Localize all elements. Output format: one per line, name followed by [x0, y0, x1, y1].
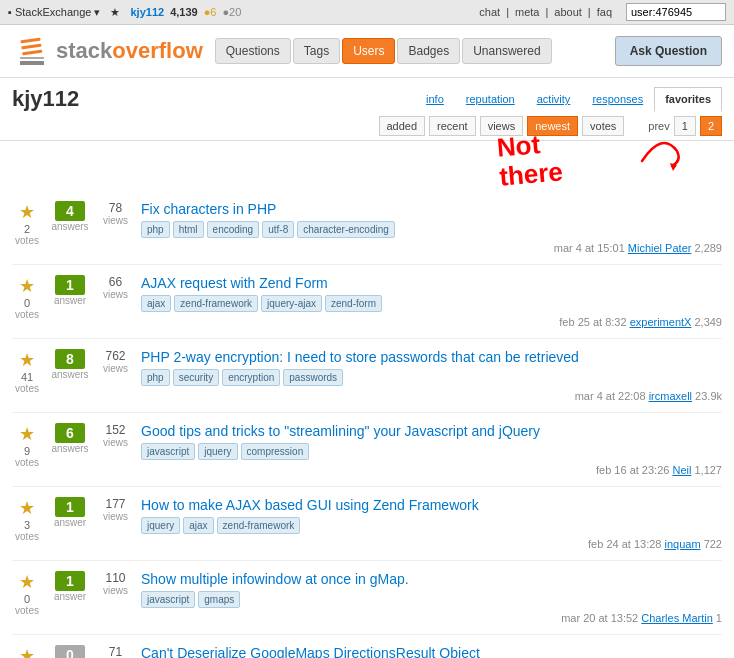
nav-tags[interactable]: Tags [293, 38, 340, 64]
answers-label: answers [51, 221, 88, 232]
tag[interactable]: zend-framework [174, 295, 258, 312]
author-link[interactable]: inquam [665, 538, 701, 550]
sort-added[interactable]: added [379, 116, 426, 136]
answers-label: answer [54, 517, 86, 528]
stackexchange-dropdown[interactable]: ▪ StackExchange ▾ [8, 6, 100, 19]
favorite-star[interactable]: ★ [19, 423, 35, 445]
views-label: views [103, 585, 128, 596]
tag[interactable]: ajax [141, 295, 171, 312]
tag[interactable]: passwords [283, 369, 343, 386]
tag[interactable]: character-encoding [297, 221, 395, 238]
views-count: 152 [105, 423, 125, 437]
tab-responses[interactable]: responses [581, 87, 654, 111]
answers-box: 8 answers [50, 349, 90, 380]
answers-box: 1 answer [50, 571, 90, 602]
question-title[interactable]: Show multiple infowindow at once in gMap… [141, 571, 722, 587]
views-area: 110 views [98, 571, 133, 596]
tab-info[interactable]: info [415, 87, 455, 111]
tag[interactable]: gmaps [198, 591, 240, 608]
question-meta: mar 4 at 22:08 ircmaxell 23.9k [141, 390, 722, 402]
tab-activity[interactable]: activity [526, 87, 582, 111]
tag[interactable]: ajax [183, 517, 213, 534]
views-area: 78 views [98, 201, 133, 226]
question-title[interactable]: PHP 2-way encryption: I need to store pa… [141, 349, 722, 365]
author-link[interactable]: ircmaxell [649, 390, 692, 402]
favorite-star[interactable]: ★ [19, 497, 35, 519]
tag[interactable]: security [173, 369, 219, 386]
question-row: ★ 4 votes 0 answers 71 views Can't Deser… [12, 635, 722, 658]
tag[interactable]: zend-form [325, 295, 382, 312]
question-meta: feb 16 at 23:26 Neil 1,127 [141, 464, 722, 476]
favorite-star[interactable]: ★ [19, 349, 35, 371]
question-title[interactable]: AJAX request with Zend Form [141, 275, 722, 291]
tag[interactable]: jquery [198, 443, 237, 460]
chat-link[interactable]: chat [479, 6, 500, 18]
views-area: 152 views [98, 423, 133, 448]
topbar-username[interactable]: kjy112 [130, 6, 164, 18]
tag[interactable]: encoding [207, 221, 260, 238]
star-area: ★ 0 votes [12, 275, 42, 320]
tab-reputation[interactable]: reputation [455, 87, 526, 111]
tag[interactable]: html [173, 221, 204, 238]
favorite-star[interactable]: ★ [19, 645, 35, 658]
question-content: How to make AJAX based GUI using Zend Fr… [141, 497, 722, 550]
ask-question-button[interactable]: Ask Question [615, 36, 722, 66]
question-title[interactable]: Good tips and tricks to "streamlining" y… [141, 423, 722, 439]
tag[interactable]: javascript [141, 443, 195, 460]
question-title[interactable]: Can't Deserialize GoogleMaps DirectionsR… [141, 645, 722, 658]
question-row: ★ 9 votes 6 answers 152 views Good tips … [12, 413, 722, 487]
topbar-gold: ●6 [204, 6, 217, 18]
favorite-star[interactable]: ★ [19, 275, 35, 297]
tag[interactable]: encryption [222, 369, 280, 386]
tag[interactable]: utf-8 [262, 221, 294, 238]
tags: javascriptjquerycompression [141, 443, 722, 460]
sort-recent[interactable]: recent [429, 116, 476, 136]
answers-label: answer [54, 295, 86, 306]
page-2-top[interactable]: 2 [700, 116, 722, 136]
views-count: 71 [109, 645, 122, 658]
author-link[interactable]: Michiel Pater [628, 242, 692, 254]
tag[interactable]: javascript [141, 591, 195, 608]
svg-rect-3 [21, 44, 41, 50]
tag[interactable]: zend-framework [217, 517, 301, 534]
tag[interactable]: jquery [141, 517, 180, 534]
star-area: ★ 3 votes [12, 497, 42, 542]
tag[interactable]: jquery-ajax [261, 295, 322, 312]
svg-rect-0 [20, 61, 44, 65]
nav-questions[interactable]: Questions [215, 38, 291, 64]
tab-favorites[interactable]: favorites [654, 87, 722, 112]
tag[interactable]: php [141, 369, 170, 386]
vote-count: 0 [24, 297, 30, 309]
nav-unanswered[interactable]: Unanswered [462, 38, 551, 64]
author-link[interactable]: Charles Martin [641, 612, 713, 624]
profile-header: kjy112 info reputation activity response… [0, 78, 734, 112]
favorite-star[interactable]: ★ [19, 571, 35, 593]
question-title[interactable]: How to make AJAX based GUI using Zend Fr… [141, 497, 722, 513]
question-row: ★ 3 votes 1 answer 177 views How to make… [12, 487, 722, 561]
search-input[interactable] [626, 3, 726, 21]
question-title[interactable]: Fix characters in PHP [141, 201, 722, 217]
favorite-star[interactable]: ★ [19, 201, 35, 223]
meta-link[interactable]: meta [515, 6, 539, 18]
views-count: 66 [109, 275, 122, 289]
nav-badges[interactable]: Badges [397, 38, 460, 64]
topbar: ▪ StackExchange ▾ ★ kjy112 4,139 ●6 ●20 … [0, 0, 734, 25]
tags: jqueryajaxzend-framework [141, 517, 722, 534]
star-area: ★ 41 votes [12, 349, 42, 394]
views-area: 177 views [98, 497, 133, 522]
tag[interactable]: php [141, 221, 170, 238]
author-link[interactable]: Neil [672, 464, 691, 476]
answer-count: 4 [55, 201, 85, 221]
nav-users[interactable]: Users [342, 38, 395, 64]
question-content: Good tips and tricks to "streamlining" y… [141, 423, 722, 476]
logo[interactable]: stackoverflow [12, 33, 203, 69]
about-link[interactable]: about [554, 6, 582, 18]
author-link[interactable]: experimentX [630, 316, 692, 328]
faq-link[interactable]: faq [597, 6, 612, 18]
views-count: 762 [105, 349, 125, 363]
star-area: ★ 9 votes [12, 423, 42, 468]
tag[interactable]: compression [241, 443, 310, 460]
annotation-area: Notthere [12, 141, 722, 191]
star-area: ★ 0 votes [12, 571, 42, 616]
vote-count: 2 [24, 223, 30, 235]
